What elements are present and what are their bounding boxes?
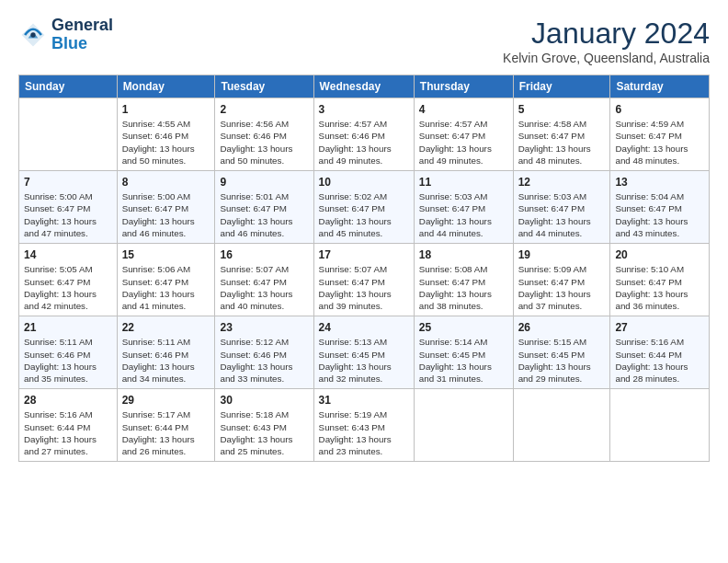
calendar-cell: 8Sunrise: 5:00 AM Sunset: 6:47 PM Daylig… [117,171,215,244]
cell-info: Sunrise: 5:12 AM Sunset: 6:46 PM Dayligh… [220,336,308,385]
day-number: 15 [122,247,210,262]
header-row: SundayMondayTuesdayWednesdayThursdayFrid… [19,75,710,98]
day-number: 2 [220,102,308,117]
day-number: 28 [24,393,112,408]
calendar-cell: 7Sunrise: 5:00 AM Sunset: 6:47 PM Daylig… [19,171,118,244]
cell-info: Sunrise: 5:10 AM Sunset: 6:47 PM Dayligh… [615,263,704,312]
cell-info: Sunrise: 5:09 AM Sunset: 6:47 PM Dayligh… [518,263,606,312]
day-number: 30 [220,393,308,408]
cell-info: Sunrise: 5:14 AM Sunset: 6:45 PM Dayligh… [419,336,508,385]
day-number: 27 [615,320,704,335]
day-number: 25 [419,320,508,335]
header-cell-saturday: Saturday [610,75,710,98]
cell-info: Sunrise: 5:00 AM Sunset: 6:47 PM Dayligh… [24,190,112,239]
title-block: January 2024 Kelvin Grove, Queensland, A… [503,17,710,65]
day-number: 21 [24,320,112,335]
cell-info: Sunrise: 5:08 AM Sunset: 6:47 PM Dayligh… [419,263,508,312]
calendar-table: SundayMondayTuesdayWednesdayThursdayFrid… [18,75,710,462]
calendar-cell: 5Sunrise: 4:58 AM Sunset: 6:47 PM Daylig… [513,98,610,171]
calendar-cell: 10Sunrise: 5:02 AM Sunset: 6:47 PM Dayli… [313,171,414,244]
cell-info: Sunrise: 5:19 AM Sunset: 6:43 PM Dayligh… [319,408,409,457]
day-number: 10 [319,175,409,190]
month-title: January 2024 [503,17,710,51]
logo: General Blue [18,17,113,53]
calendar-cell: 4Sunrise: 4:57 AM Sunset: 6:47 PM Daylig… [414,98,513,171]
day-number: 20 [615,247,704,262]
logo-icon [18,20,48,50]
calendar-cell: 3Sunrise: 4:57 AM Sunset: 6:46 PM Daylig… [313,98,414,171]
cell-info: Sunrise: 5:11 AM Sunset: 6:46 PM Dayligh… [24,336,112,385]
cell-info: Sunrise: 4:55 AM Sunset: 6:46 PM Dayligh… [122,118,210,167]
calendar-cell: 2Sunrise: 4:56 AM Sunset: 6:46 PM Daylig… [215,98,313,171]
calendar-cell [610,389,710,462]
calendar-cell: 13Sunrise: 5:04 AM Sunset: 6:47 PM Dayli… [610,171,710,244]
day-number: 24 [319,320,409,335]
cell-info: Sunrise: 5:17 AM Sunset: 6:44 PM Dayligh… [122,408,210,457]
cell-info: Sunrise: 5:13 AM Sunset: 6:45 PM Dayligh… [319,336,409,385]
day-number: 19 [518,247,606,262]
calendar-cell [513,389,610,462]
page: General Blue January 2024 Kelvin Grove, … [0,0,728,471]
calendar-cell: 11Sunrise: 5:03 AM Sunset: 6:47 PM Dayli… [414,171,513,244]
header-cell-sunday: Sunday [19,75,118,98]
cell-info: Sunrise: 5:18 AM Sunset: 6:43 PM Dayligh… [220,408,308,457]
day-number: 29 [122,393,210,408]
calendar-cell [414,389,513,462]
header-cell-friday: Friday [513,75,610,98]
calendar-cell: 20Sunrise: 5:10 AM Sunset: 6:47 PM Dayli… [610,244,710,316]
calendar-cell: 26Sunrise: 5:15 AM Sunset: 6:45 PM Dayli… [513,316,610,389]
cell-info: Sunrise: 5:00 AM Sunset: 6:47 PM Dayligh… [122,190,210,239]
cell-info: Sunrise: 5:07 AM Sunset: 6:47 PM Dayligh… [319,263,409,312]
day-number: 11 [419,175,508,190]
day-number: 22 [122,320,210,335]
location: Kelvin Grove, Queensland, Australia [503,51,710,65]
calendar-cell: 9Sunrise: 5:01 AM Sunset: 6:47 PM Daylig… [215,171,313,244]
header: General Blue January 2024 Kelvin Grove, … [18,17,710,65]
cell-info: Sunrise: 5:05 AM Sunset: 6:47 PM Dayligh… [24,263,112,312]
calendar-cell: 29Sunrise: 5:17 AM Sunset: 6:44 PM Dayli… [117,389,215,462]
calendar-cell: 28Sunrise: 5:16 AM Sunset: 6:44 PM Dayli… [19,389,118,462]
calendar-cell: 27Sunrise: 5:16 AM Sunset: 6:44 PM Dayli… [610,316,710,389]
day-number: 12 [518,175,606,190]
day-number: 8 [122,175,210,190]
calendar-cell: 19Sunrise: 5:09 AM Sunset: 6:47 PM Dayli… [513,244,610,316]
cell-info: Sunrise: 5:07 AM Sunset: 6:47 PM Dayligh… [220,263,308,312]
logo-text: General Blue [51,17,113,53]
week-row-4: 28Sunrise: 5:16 AM Sunset: 6:44 PM Dayli… [19,389,710,462]
cell-info: Sunrise: 5:01 AM Sunset: 6:47 PM Dayligh… [220,190,308,239]
cell-info: Sunrise: 5:16 AM Sunset: 6:44 PM Dayligh… [24,408,112,457]
day-number: 14 [24,247,112,262]
calendar-cell: 24Sunrise: 5:13 AM Sunset: 6:45 PM Dayli… [313,316,414,389]
calendar-cell: 16Sunrise: 5:07 AM Sunset: 6:47 PM Dayli… [215,244,313,316]
day-number: 16 [220,247,308,262]
cell-info: Sunrise: 4:58 AM Sunset: 6:47 PM Dayligh… [518,118,606,167]
day-number: 23 [220,320,308,335]
header-cell-thursday: Thursday [414,75,513,98]
day-number: 1 [122,102,210,117]
calendar-cell: 23Sunrise: 5:12 AM Sunset: 6:46 PM Dayli… [215,316,313,389]
cell-info: Sunrise: 5:15 AM Sunset: 6:45 PM Dayligh… [518,336,606,385]
day-number: 6 [615,102,704,117]
calendar-cell: 30Sunrise: 5:18 AM Sunset: 6:43 PM Dayli… [215,389,313,462]
day-number: 26 [518,320,606,335]
calendar-cell: 22Sunrise: 5:11 AM Sunset: 6:46 PM Dayli… [117,316,215,389]
day-number: 17 [319,247,409,262]
cell-info: Sunrise: 5:16 AM Sunset: 6:44 PM Dayligh… [615,336,704,385]
cell-info: Sunrise: 4:57 AM Sunset: 6:46 PM Dayligh… [319,118,409,167]
week-row-1: 7Sunrise: 5:00 AM Sunset: 6:47 PM Daylig… [19,171,710,244]
calendar-cell [19,98,118,171]
day-number: 18 [419,247,508,262]
day-number: 9 [220,175,308,190]
cell-info: Sunrise: 5:06 AM Sunset: 6:47 PM Dayligh… [122,263,210,312]
day-number: 5 [518,102,606,117]
day-number: 7 [24,175,112,190]
cell-info: Sunrise: 5:11 AM Sunset: 6:46 PM Dayligh… [122,336,210,385]
week-row-2: 14Sunrise: 5:05 AM Sunset: 6:47 PM Dayli… [19,244,710,316]
day-number: 31 [319,393,409,408]
calendar-cell: 17Sunrise: 5:07 AM Sunset: 6:47 PM Dayli… [313,244,414,316]
calendar-cell: 31Sunrise: 5:19 AM Sunset: 6:43 PM Dayli… [313,389,414,462]
calendar-cell: 14Sunrise: 5:05 AM Sunset: 6:47 PM Dayli… [19,244,118,316]
cell-info: Sunrise: 5:04 AM Sunset: 6:47 PM Dayligh… [615,190,704,239]
cell-info: Sunrise: 4:56 AM Sunset: 6:46 PM Dayligh… [220,118,308,167]
day-number: 3 [319,102,409,117]
